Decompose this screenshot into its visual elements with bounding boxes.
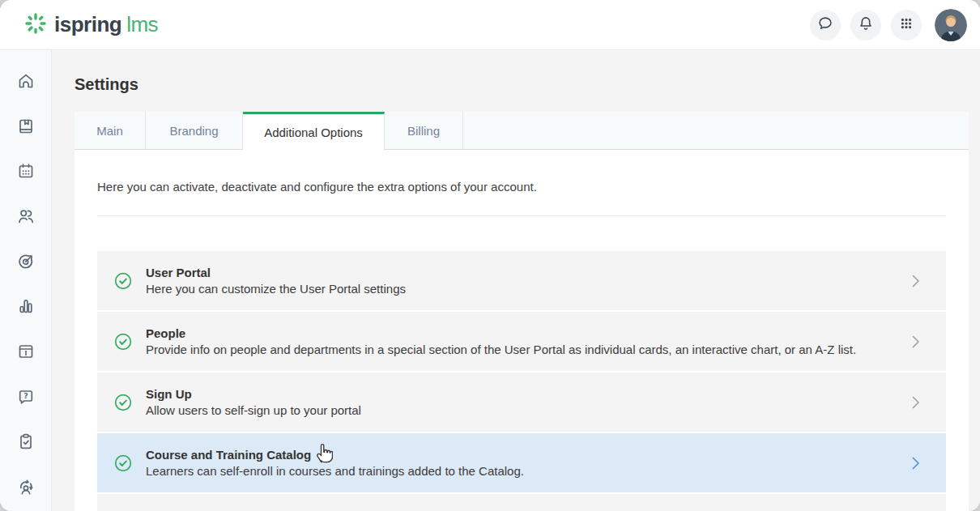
sidebar-item-home[interactable] [6, 60, 45, 105]
info-panel-icon [16, 342, 36, 364]
option-row-people[interactable]: People Provide info on people and depart… [97, 312, 946, 373]
chevron-right-icon [905, 393, 925, 412]
option-row-partial[interactable] [97, 494, 946, 511]
sidebar-item-courses[interactable] [6, 105, 45, 151]
sidebar-item-trainings[interactable] [6, 466, 45, 511]
chevron-right-icon [905, 454, 925, 473]
tab-main[interactable]: Main [75, 112, 146, 149]
logo-text: ispringlms [54, 12, 158, 37]
check-circle-icon [113, 332, 133, 351]
divider [97, 215, 946, 216]
calendar-icon [16, 161, 36, 184]
option-title: People [146, 326, 856, 342]
chevron-right-icon [905, 332, 925, 351]
check-circle-icon [113, 393, 133, 412]
page-title: Settings [75, 50, 969, 95]
sidebar-item-calendar[interactable] [6, 150, 45, 195]
panel-description: Here you can activate, deactivate and co… [97, 180, 946, 194]
clipboard-check-icon [16, 432, 36, 454]
home-icon [16, 71, 36, 94]
sidebar-item-reports[interactable] [6, 286, 45, 331]
chevron-right-icon [905, 271, 925, 291]
sidebar-item-people[interactable] [6, 195, 45, 241]
option-row-course-catalog[interactable]: Course and Training Catalog Learners can… [97, 433, 946, 494]
option-description: Learners can self-enroll in courses and … [146, 463, 524, 479]
option-description: Allow users to self-sign up to your port… [146, 402, 361, 419]
option-row-sign-up[interactable]: Sign Up Allow users to self-sign up to y… [97, 373, 946, 433]
target-arrow-icon [16, 252, 36, 275]
left-sidebar: ? [0, 50, 52, 511]
additional-options-panel: Here you can activate, deactivate and co… [75, 150, 969, 511]
speech-bubble-icon [816, 15, 834, 35]
sidebar-item-tasks[interactable] [6, 421, 45, 466]
settings-tabs: Main Branding Additional Options Billing [75, 112, 969, 150]
book-icon [16, 117, 36, 139]
option-row-user-portal[interactable]: User Portal Here you can customize the U… [97, 251, 946, 312]
check-circle-icon [113, 271, 133, 291]
logo-lms-text: lms [126, 12, 158, 36]
tab-additional-options[interactable]: Additional Options [243, 112, 385, 151]
sidebar-item-info[interactable] [6, 330, 45, 376]
bar-chart-icon [16, 296, 36, 319]
top-header: ispringlms [0, 0, 980, 50]
option-description: Provide info on people and departments i… [146, 342, 856, 358]
option-title: Sign Up [146, 386, 361, 402]
ispring-spark-icon [24, 12, 47, 38]
messages-button[interactable] [810, 10, 841, 40]
apps-button[interactable] [891, 10, 922, 40]
option-description: Here you can customize the User Portal s… [146, 281, 406, 297]
ispring-lms-logo[interactable]: ispringlms [24, 12, 158, 38]
svg-text:?: ? [23, 391, 28, 400]
options-list: User Portal Here you can customize the U… [97, 251, 946, 511]
notifications-button[interactable] [850, 10, 881, 40]
option-title: Course and Training Catalog [146, 447, 524, 463]
apps-grid-icon [897, 15, 915, 35]
question-bubble-icon: ? [16, 387, 36, 410]
user-avatar[interactable] [935, 9, 967, 41]
person-sync-icon [16, 477, 36, 500]
header-actions [810, 9, 967, 41]
check-circle-icon [113, 454, 133, 473]
tab-billing[interactable]: Billing [385, 112, 463, 149]
people-icon [16, 207, 36, 229]
sidebar-item-goals[interactable] [6, 241, 45, 286]
sidebar-item-support[interactable]: ? [6, 376, 45, 421]
bell-icon [857, 15, 875, 35]
option-title: User Portal [146, 265, 406, 281]
app-window: ispringlms [0, 0, 980, 511]
tab-branding[interactable]: Branding [146, 112, 243, 149]
main-area: Settings Main Branding Additional Option… [52, 50, 980, 511]
